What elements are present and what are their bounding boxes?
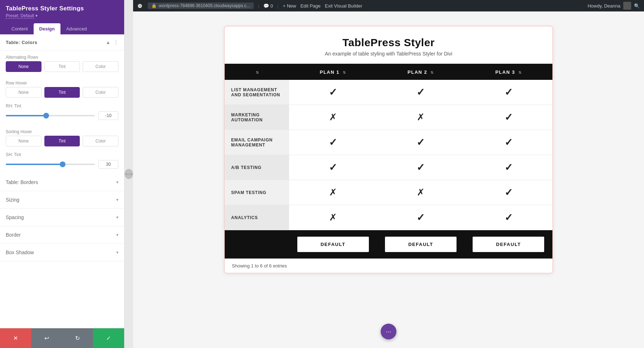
sorting-color-btn[interactable]: Color [83,136,118,146]
exit-vb-link[interactable]: Exit Visual Builder [325,3,362,9]
box-shadow-header[interactable]: Box Shadow ▾ [0,244,124,261]
cancel-button[interactable]: ✕ [0,328,31,348]
drag-handle-icon: ⟺ [125,169,133,179]
colors-section-title: Table: Colors [6,40,38,45]
table-row: SPAM TESTING ✗ ✗ ✓ [225,180,552,205]
table-container: TablePress Styler An example of table st… [224,26,553,274]
alternating-none-btn[interactable]: None [6,61,42,72]
spacing-label: Spacing [6,214,24,220]
tab-content[interactable]: Content [6,23,34,34]
table-row: MARKETING AUTOMATION ✗ ✗ ✓ [225,105,552,130]
section-controls: ▲ ⋮ [106,39,118,45]
col-feature[interactable]: ⇅ [225,64,289,80]
new-link[interactable]: + New [283,3,296,9]
check-icon: ✓ [416,212,425,223]
top-bar: ⊕ 🔒 wordpress-784896-3610405.cloudwaysap… [133,0,644,11]
sizing-chevron: ▾ [116,197,118,202]
plan3-cell: ✓ [465,130,552,155]
check-icon: ✓ [416,87,425,98]
plan1-cell: ✓ [289,130,377,155]
check-icon: ✓ [416,137,425,148]
panel-body: Table: Colors ▲ ⋮ Alternating Rows None … [0,34,124,328]
table-row: A/B TESTING ✓ ✓ ✓ [225,155,552,180]
row-hover-tint-btn[interactable]: Tint [44,87,80,98]
plan1-cell: ✗ [289,105,377,130]
collapse-icon[interactable]: ▲ [106,39,111,45]
main-area: ⊕ 🔒 wordpress-784896-3610405.cloudwaysap… [133,0,644,348]
left-panel: TablePress Styler Settings Preset: Defau… [0,0,125,348]
alternating-rows-label: Alternating Rows [0,50,124,61]
box-shadow-label: Box Shadow [6,250,34,255]
check-icon: ✓ [504,87,513,98]
sorting-none-btn[interactable]: None [6,136,42,146]
col-plan3[interactable]: PLAN 3 ⇅ [465,64,552,80]
tab-design[interactable]: Design [34,23,60,34]
cross-icon: ✗ [329,112,337,122]
col-plan2[interactable]: PLAN 2 ⇅ [377,64,464,80]
url-text: wordpress-784896-3610405.cloudwaysapps.c… [159,3,250,8]
border-header[interactable]: Border ▾ [0,226,124,243]
sort-icon-plan3: ⇅ [518,71,522,74]
redo-button[interactable]: ↻ [62,328,93,348]
fab-button[interactable]: ··· [381,324,396,339]
default-btn-2[interactable]: DEFAULT [385,237,457,252]
box-shadow-section: Box Shadow ▾ [0,244,124,261]
plan2-cell: ✗ [377,105,464,130]
sort-icon-plan2: ⇅ [430,71,434,74]
sh-tint-input[interactable] [98,160,118,169]
foot-plan1: DEFAULT [289,230,377,259]
plan2-cell: ✓ [377,205,464,230]
url-bar: 🔒 wordpress-784896-3610405.cloudwaysapps… [148,3,254,9]
panel-tabs: Content Design Advanced [0,20,124,34]
more-icon[interactable]: ⋮ [113,39,118,45]
rh-tint-input[interactable] [98,111,118,120]
sorting-tint-btn[interactable]: Tint [44,136,80,146]
resize-handle[interactable]: ⟺ [125,0,133,348]
plan2-cell: ✓ [377,130,464,155]
table-borders-header[interactable]: Table: Borders ▾ [0,174,124,191]
data-table: ⇅ PLAN 1 ⇅ PLAN 2 ⇅ PLAN 3 ⇅ [225,64,552,258]
table-borders-section: Table: Borders ▾ [0,174,124,191]
user-avatar [623,2,631,10]
fab-icon: ··· [386,328,391,335]
rh-tint-section: RH: Tint [0,102,124,125]
plan1-cell: ✗ [289,205,377,230]
panel-preset[interactable]: Preset: Default ▾ [6,13,118,18]
edit-page-link[interactable]: Edit Page [301,3,321,9]
border-chevron: ▾ [116,232,118,237]
undo-button[interactable]: ↩ [31,328,62,348]
table-body: LIST MANAGEMENT AND SEGMENTATION ✓ ✓ ✓ M… [225,80,552,230]
foot-empty [225,230,289,259]
panel-title: TablePress Styler Settings [6,5,118,12]
table-head-row: ⇅ PLAN 1 ⇅ PLAN 2 ⇅ PLAN 3 ⇅ [225,64,552,80]
plan1-cell: ✗ [289,180,377,205]
save-button[interactable]: ✓ [93,328,124,348]
wp-logo: ⊕ [137,3,142,9]
comments-link[interactable]: 💬 0 [263,3,273,9]
default-btn-3[interactable]: DEFAULT [473,237,544,252]
foot-plan3: DEFAULT [465,230,552,259]
rh-tint-slider[interactable] [6,115,95,116]
default-btn-1[interactable]: DEFAULT [297,237,369,252]
col-plan1[interactable]: PLAN 1 ⇅ [289,64,377,80]
spacing-header[interactable]: Spacing ▾ [0,209,124,226]
sizing-header[interactable]: Sizing ▾ [0,191,124,208]
plan3-cell: ✓ [465,205,552,230]
tab-advanced[interactable]: Advanced [60,23,93,34]
row-hover-color-btn[interactable]: Color [83,87,118,98]
cross-icon: ✗ [329,187,337,198]
sh-tint-slider[interactable] [6,164,95,165]
table-row: LIST MANAGEMENT AND SEGMENTATION ✓ ✓ ✓ [225,80,552,105]
cross-icon: ✗ [329,212,337,223]
search-icon[interactable]: 🔍 [634,3,640,9]
alternating-tint-btn[interactable]: Tint [44,61,80,72]
alternating-color-btn[interactable]: Color [83,61,118,72]
plan2-cell: ✓ [377,80,464,105]
sh-tint-label: SH: Tint [6,152,118,157]
sh-tint-row [6,160,118,169]
check-icon: ✓ [504,137,513,148]
sizing-label: Sizing [6,197,19,203]
row-hover-none-btn[interactable]: None [6,87,42,98]
user-label: Howdy, Deanna [587,3,620,9]
table-main-title: TablePress Styler [232,37,545,49]
